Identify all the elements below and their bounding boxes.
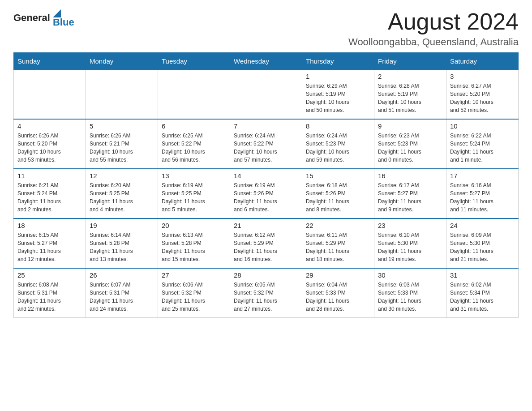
day-number: 8 [306, 122, 370, 130]
day-info: Sunrise: 6:19 AM Sunset: 5:26 PM Dayligh… [234, 181, 298, 214]
day-info: Sunrise: 6:25 AM Sunset: 5:22 PM Dayligh… [162, 132, 226, 164]
header-friday: Friday [374, 53, 446, 70]
day-info: Sunrise: 6:23 AM Sunset: 5:23 PM Dayligh… [378, 132, 442, 164]
day-number: 1 [306, 73, 370, 80]
day-cell-2-1: 12Sunrise: 6:20 AM Sunset: 5:25 PM Dayli… [86, 169, 158, 218]
day-number: 16 [378, 172, 442, 180]
day-number: 31 [450, 271, 515, 279]
day-info: Sunrise: 6:12 AM Sunset: 5:29 PM Dayligh… [234, 231, 298, 263]
day-number: 23 [378, 222, 442, 229]
header-monday: Monday [86, 53, 158, 70]
day-cell-2-6: 17Sunrise: 6:16 AM Sunset: 5:27 PM Dayli… [446, 169, 519, 218]
day-cell-0-5: 2Sunrise: 6:28 AM Sunset: 5:19 PM Daylig… [374, 70, 446, 120]
day-number: 22 [306, 222, 370, 229]
day-info: Sunrise: 6:08 AM Sunset: 5:31 PM Dayligh… [17, 281, 82, 313]
day-cell-1-6: 10Sunrise: 6:22 AM Sunset: 5:24 PM Dayli… [446, 119, 519, 169]
day-number: 13 [162, 172, 226, 180]
day-info: Sunrise: 6:07 AM Sunset: 5:31 PM Dayligh… [90, 281, 154, 313]
day-cell-1-5: 9Sunrise: 6:23 AM Sunset: 5:23 PM Daylig… [374, 119, 446, 169]
day-cell-0-6: 3Sunrise: 6:27 AM Sunset: 5:20 PM Daylig… [446, 70, 519, 120]
day-number: 25 [17, 271, 82, 279]
day-cell-4-4: 29Sunrise: 6:04 AM Sunset: 5:33 PM Dayli… [302, 268, 374, 318]
day-number: 12 [90, 172, 154, 180]
day-cell-1-4: 8Sunrise: 6:24 AM Sunset: 5:23 PM Daylig… [302, 119, 374, 169]
header-saturday: Saturday [446, 53, 519, 70]
day-info: Sunrise: 6:17 AM Sunset: 5:27 PM Dayligh… [378, 181, 442, 214]
day-cell-2-0: 11Sunrise: 6:21 AM Sunset: 5:24 PM Dayli… [14, 169, 86, 218]
day-number: 11 [17, 172, 82, 180]
day-cell-0-2 [158, 70, 230, 120]
header-wednesday: Wednesday [230, 53, 302, 70]
day-number: 4 [17, 122, 82, 130]
day-info: Sunrise: 6:05 AM Sunset: 5:32 PM Dayligh… [234, 281, 298, 313]
day-cell-2-5: 16Sunrise: 6:17 AM Sunset: 5:27 PM Dayli… [374, 169, 446, 218]
day-cell-0-1 [86, 70, 158, 120]
week-row-2: 4Sunrise: 6:26 AM Sunset: 5:20 PM Daylig… [14, 119, 519, 169]
day-cell-4-6: 31Sunrise: 6:02 AM Sunset: 5:34 PM Dayli… [446, 268, 519, 318]
day-cell-0-4: 1Sunrise: 6:29 AM Sunset: 5:19 PM Daylig… [302, 70, 374, 120]
day-number: 20 [162, 222, 226, 229]
day-info: Sunrise: 6:28 AM Sunset: 5:19 PM Dayligh… [378, 82, 442, 114]
day-info: Sunrise: 6:22 AM Sunset: 5:24 PM Dayligh… [450, 132, 515, 164]
day-cell-1-0: 4Sunrise: 6:26 AM Sunset: 5:20 PM Daylig… [14, 119, 86, 169]
day-cell-3-0: 18Sunrise: 6:15 AM Sunset: 5:27 PM Dayli… [14, 218, 86, 268]
day-number: 3 [450, 73, 515, 80]
day-info: Sunrise: 6:24 AM Sunset: 5:23 PM Dayligh… [306, 132, 370, 164]
day-cell-3-5: 23Sunrise: 6:10 AM Sunset: 5:30 PM Dayli… [374, 218, 446, 268]
day-cell-4-2: 27Sunrise: 6:06 AM Sunset: 5:32 PM Dayli… [158, 268, 230, 318]
day-cell-2-4: 15Sunrise: 6:18 AM Sunset: 5:26 PM Dayli… [302, 169, 374, 218]
day-info: Sunrise: 6:24 AM Sunset: 5:22 PM Dayligh… [234, 132, 298, 164]
day-number: 30 [378, 271, 442, 279]
page-header: General Blue August 2024 Woolloongabba, … [13, 9, 519, 48]
week-row-3: 11Sunrise: 6:21 AM Sunset: 5:24 PM Dayli… [14, 169, 519, 218]
day-info: Sunrise: 6:03 AM Sunset: 5:33 PM Dayligh… [378, 281, 442, 313]
header-sunday: Sunday [14, 53, 86, 70]
day-number: 28 [234, 271, 298, 279]
day-cell-1-2: 6Sunrise: 6:25 AM Sunset: 5:22 PM Daylig… [158, 119, 230, 169]
location-title: Woolloongabba, Queensland, Australia [348, 36, 519, 48]
day-cell-0-3 [230, 70, 302, 120]
day-cell-4-1: 26Sunrise: 6:07 AM Sunset: 5:31 PM Dayli… [86, 268, 158, 318]
day-info: Sunrise: 6:16 AM Sunset: 5:27 PM Dayligh… [450, 181, 515, 214]
day-info: Sunrise: 6:09 AM Sunset: 5:30 PM Dayligh… [450, 231, 515, 263]
logo: General Blue [13, 9, 74, 27]
day-cell-1-1: 5Sunrise: 6:26 AM Sunset: 5:21 PM Daylig… [86, 119, 158, 169]
day-number: 5 [90, 122, 154, 130]
day-number: 9 [378, 122, 442, 130]
day-number: 6 [162, 122, 226, 130]
day-cell-3-3: 21Sunrise: 6:12 AM Sunset: 5:29 PM Dayli… [230, 218, 302, 268]
week-row-1: 1Sunrise: 6:29 AM Sunset: 5:19 PM Daylig… [14, 70, 519, 120]
day-cell-3-4: 22Sunrise: 6:11 AM Sunset: 5:29 PM Dayli… [302, 218, 374, 268]
day-info: Sunrise: 6:02 AM Sunset: 5:34 PM Dayligh… [450, 281, 515, 313]
day-cell-1-3: 7Sunrise: 6:24 AM Sunset: 5:22 PM Daylig… [230, 119, 302, 169]
logo-icon [53, 9, 61, 17]
day-number: 19 [90, 222, 154, 229]
title-block: August 2024 Woolloongabba, Queensland, A… [348, 9, 519, 48]
week-row-5: 25Sunrise: 6:08 AM Sunset: 5:31 PM Dayli… [14, 268, 519, 318]
day-cell-3-1: 19Sunrise: 6:14 AM Sunset: 5:28 PM Dayli… [86, 218, 158, 268]
weekday-header-row: SundayMondayTuesdayWednesdayThursdayFrid… [14, 53, 519, 70]
day-cell-4-3: 28Sunrise: 6:05 AM Sunset: 5:32 PM Dayli… [230, 268, 302, 318]
day-number: 7 [234, 122, 298, 130]
day-number: 14 [234, 172, 298, 180]
logo-blue: Blue [53, 17, 74, 27]
day-info: Sunrise: 6:11 AM Sunset: 5:29 PM Dayligh… [306, 231, 370, 263]
day-info: Sunrise: 6:20 AM Sunset: 5:25 PM Dayligh… [90, 181, 154, 214]
day-info: Sunrise: 6:10 AM Sunset: 5:30 PM Dayligh… [378, 231, 442, 263]
day-number: 17 [450, 172, 515, 180]
day-number: 24 [450, 222, 515, 229]
day-cell-4-0: 25Sunrise: 6:08 AM Sunset: 5:31 PM Dayli… [14, 268, 86, 318]
day-info: Sunrise: 6:15 AM Sunset: 5:27 PM Dayligh… [17, 231, 82, 263]
day-number: 26 [90, 271, 154, 279]
month-title: August 2024 [348, 9, 519, 34]
day-number: 27 [162, 271, 226, 279]
day-number: 29 [306, 271, 370, 279]
day-info: Sunrise: 6:04 AM Sunset: 5:33 PM Dayligh… [306, 281, 370, 313]
calendar-table: SundayMondayTuesdayWednesdayThursdayFrid… [13, 52, 519, 318]
day-info: Sunrise: 6:13 AM Sunset: 5:28 PM Dayligh… [162, 231, 226, 263]
day-info: Sunrise: 6:19 AM Sunset: 5:25 PM Dayligh… [162, 181, 226, 214]
logo-general: General [13, 12, 50, 24]
day-number: 2 [378, 73, 442, 80]
day-info: Sunrise: 6:21 AM Sunset: 5:24 PM Dayligh… [17, 181, 82, 214]
day-info: Sunrise: 6:29 AM Sunset: 5:19 PM Dayligh… [306, 82, 370, 114]
